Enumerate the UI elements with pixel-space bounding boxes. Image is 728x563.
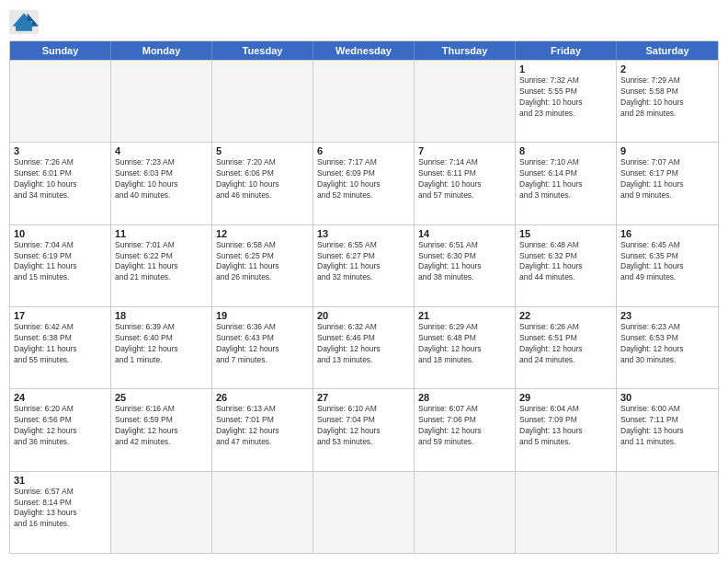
day-number: 4 [115,145,208,156]
sun-info: Sunrise: 6:39 AM Sunset: 6:40 PM Dayligh… [115,322,208,366]
day-number: 18 [115,310,208,321]
day-number: 20 [317,310,410,321]
day-cell-24: 24Sunrise: 6:20 AM Sunset: 6:56 PM Dayli… [10,389,111,470]
calendar-row-4: 24Sunrise: 6:20 AM Sunset: 6:56 PM Dayli… [10,388,718,470]
header-day-saturday: Saturday [617,41,718,60]
day-number: 3 [14,145,107,156]
day-cell-10: 10Sunrise: 7:04 AM Sunset: 6:19 PM Dayli… [10,225,111,306]
day-cell-2: 2Sunrise: 7:29 AM Sunset: 5:58 PM Daylig… [617,61,718,142]
day-cell-14: 14Sunrise: 6:51 AM Sunset: 6:30 PM Dayli… [415,225,516,306]
day-number: 16 [620,228,714,239]
day-number: 29 [519,392,612,403]
sun-info: Sunrise: 6:48 AM Sunset: 6:32 PM Dayligh… [519,240,612,284]
empty-cell [313,472,415,553]
sun-info: Sunrise: 7:29 AM Sunset: 5:58 PM Dayligh… [620,75,714,120]
sun-info: Sunrise: 6:58 AM Sunset: 6:25 PM Dayligh… [216,240,309,284]
day-number: 19 [216,310,309,321]
day-number: 15 [519,228,612,239]
sun-info: Sunrise: 6:57 AM Sunset: 8:14 PM Dayligh… [14,487,107,531]
sun-info: Sunrise: 6:07 AM Sunset: 7:06 PM Dayligh… [418,404,511,448]
day-number: 14 [418,228,511,239]
header-day-wednesday: Wednesday [313,41,415,60]
header-day-friday: Friday [516,41,617,60]
sun-info: Sunrise: 6:04 AM Sunset: 7:09 PM Dayligh… [519,404,612,448]
day-cell-31: 31Sunrise: 6:57 AM Sunset: 8:14 PM Dayli… [10,472,111,553]
day-cell-26: 26Sunrise: 6:13 AM Sunset: 7:01 PM Dayli… [212,389,313,470]
sun-info: Sunrise: 6:20 AM Sunset: 6:56 PM Dayligh… [14,404,107,448]
day-cell-15: 15Sunrise: 6:48 AM Sunset: 6:32 PM Dayli… [516,225,617,306]
sun-info: Sunrise: 6:13 AM Sunset: 7:01 PM Dayligh… [216,404,309,448]
empty-cell [313,61,415,142]
page: SundayMondayTuesdayWednesdayThursdayFrid… [0,0,728,563]
calendar-row-2: 10Sunrise: 7:04 AM Sunset: 6:19 PM Dayli… [10,224,718,306]
day-number: 6 [317,145,410,156]
empty-cell [516,472,617,553]
day-number: 10 [14,228,107,239]
sun-info: Sunrise: 6:55 AM Sunset: 6:27 PM Dayligh… [317,240,410,284]
day-cell-5: 5Sunrise: 7:20 AM Sunset: 6:06 PM Daylig… [212,143,313,224]
day-cell-25: 25Sunrise: 6:16 AM Sunset: 6:59 PM Dayli… [111,389,212,470]
day-number: 17 [14,310,107,321]
day-number: 23 [620,310,714,321]
sun-info: Sunrise: 6:36 AM Sunset: 6:43 PM Dayligh… [216,322,309,366]
logo [9,9,42,35]
day-number: 5 [216,145,309,156]
calendar-row-0: 1Sunrise: 7:32 AM Sunset: 5:55 PM Daylig… [10,60,718,142]
sun-info: Sunrise: 6:32 AM Sunset: 6:46 PM Dayligh… [317,322,410,366]
sun-info: Sunrise: 6:51 AM Sunset: 6:30 PM Dayligh… [418,240,511,284]
sun-info: Sunrise: 7:17 AM Sunset: 6:09 PM Dayligh… [317,157,410,201]
empty-cell [111,61,212,142]
day-cell-22: 22Sunrise: 6:26 AM Sunset: 6:51 PM Dayli… [516,307,617,388]
day-number: 21 [418,310,511,321]
sun-info: Sunrise: 6:29 AM Sunset: 6:48 PM Dayligh… [418,322,511,366]
sun-info: Sunrise: 7:26 AM Sunset: 6:01 PM Dayligh… [14,157,107,201]
sun-info: Sunrise: 7:20 AM Sunset: 6:06 PM Dayligh… [216,157,309,201]
sun-info: Sunrise: 6:42 AM Sunset: 6:38 PM Dayligh… [14,322,107,366]
sun-info: Sunrise: 6:45 AM Sunset: 6:35 PM Dayligh… [620,240,714,284]
day-cell-19: 19Sunrise: 6:36 AM Sunset: 6:43 PM Dayli… [212,307,313,388]
day-number: 24 [14,392,107,403]
day-cell-13: 13Sunrise: 6:55 AM Sunset: 6:27 PM Dayli… [313,225,415,306]
sun-info: Sunrise: 6:26 AM Sunset: 6:51 PM Dayligh… [519,322,612,366]
calendar-row-1: 3Sunrise: 7:26 AM Sunset: 6:01 PM Daylig… [10,142,718,224]
day-number: 11 [115,228,208,239]
day-cell-7: 7Sunrise: 7:14 AM Sunset: 6:11 PM Daylig… [415,143,516,224]
sun-info: Sunrise: 6:16 AM Sunset: 6:59 PM Dayligh… [115,404,208,448]
sun-info: Sunrise: 6:10 AM Sunset: 7:04 PM Dayligh… [317,404,410,448]
day-number: 12 [216,228,309,239]
day-cell-3: 3Sunrise: 7:26 AM Sunset: 6:01 PM Daylig… [10,143,111,224]
day-cell-30: 30Sunrise: 6:00 AM Sunset: 7:11 PM Dayli… [617,389,718,470]
day-cell-12: 12Sunrise: 6:58 AM Sunset: 6:25 PM Dayli… [212,225,313,306]
sun-info: Sunrise: 7:14 AM Sunset: 6:11 PM Dayligh… [418,157,511,201]
day-number: 25 [115,392,208,403]
empty-cell [212,472,313,553]
calendar-body: 1Sunrise: 7:32 AM Sunset: 5:55 PM Daylig… [10,60,718,553]
calendar-header: SundayMondayTuesdayWednesdayThursdayFrid… [10,41,718,60]
day-number: 7 [418,145,511,156]
header-day-thursday: Thursday [415,41,516,60]
day-cell-29: 29Sunrise: 6:04 AM Sunset: 7:09 PM Dayli… [516,389,617,470]
day-cell-4: 4Sunrise: 7:23 AM Sunset: 6:03 PM Daylig… [111,143,212,224]
logo-icon [9,9,39,35]
sun-info: Sunrise: 6:23 AM Sunset: 6:53 PM Dayligh… [620,322,714,366]
day-number: 13 [317,228,410,239]
day-number: 26 [216,392,309,403]
day-cell-16: 16Sunrise: 6:45 AM Sunset: 6:35 PM Dayli… [617,225,718,306]
sun-info: Sunrise: 7:01 AM Sunset: 6:22 PM Dayligh… [115,240,208,284]
day-number: 30 [620,392,714,403]
header [9,9,719,35]
sun-info: Sunrise: 7:32 AM Sunset: 5:55 PM Dayligh… [519,75,612,120]
calendar: SundayMondayTuesdayWednesdayThursdayFrid… [9,40,719,554]
empty-cell [212,61,313,142]
day-cell-6: 6Sunrise: 7:17 AM Sunset: 6:09 PM Daylig… [313,143,415,224]
day-cell-11: 11Sunrise: 7:01 AM Sunset: 6:22 PM Dayli… [111,225,212,306]
empty-cell [415,472,516,553]
day-cell-8: 8Sunrise: 7:10 AM Sunset: 6:14 PM Daylig… [516,143,617,224]
calendar-row-3: 17Sunrise: 6:42 AM Sunset: 6:38 PM Dayli… [10,306,718,388]
sun-info: Sunrise: 6:00 AM Sunset: 7:11 PM Dayligh… [620,404,714,448]
day-cell-1: 1Sunrise: 7:32 AM Sunset: 5:55 PM Daylig… [516,61,617,142]
calendar-row-5: 31Sunrise: 6:57 AM Sunset: 8:14 PM Dayli… [10,471,718,553]
day-cell-21: 21Sunrise: 6:29 AM Sunset: 6:48 PM Dayli… [415,307,516,388]
sun-info: Sunrise: 7:07 AM Sunset: 6:17 PM Dayligh… [620,157,714,201]
day-number: 2 [620,63,714,75]
